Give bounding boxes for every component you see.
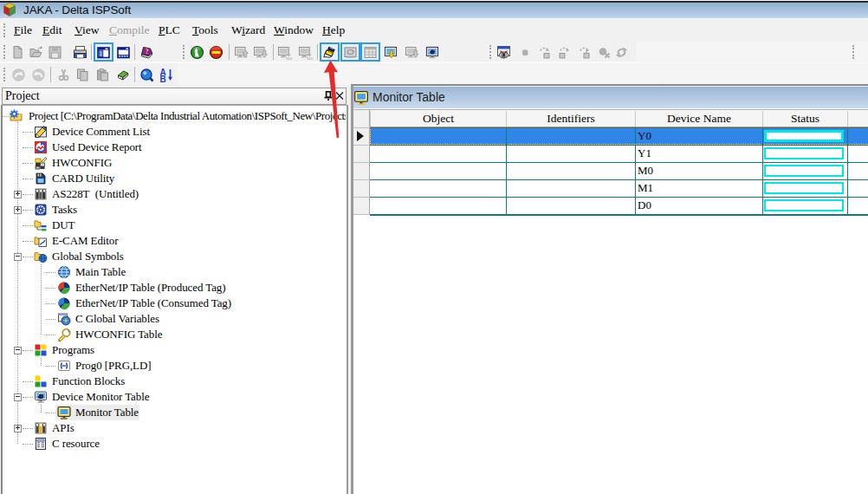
svg-text:101: 101 xyxy=(307,56,313,60)
svg-text:?: ? xyxy=(146,48,149,55)
svg-text:B: B xyxy=(160,75,166,82)
svg-text:101: 101 xyxy=(286,56,292,60)
